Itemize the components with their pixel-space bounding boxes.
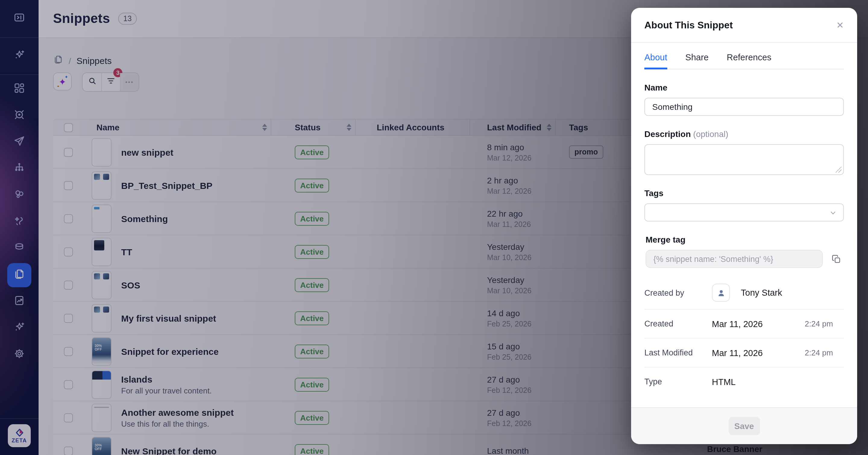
row-checkbox[interactable] xyxy=(64,347,73,356)
modal-info-section: Created by Tony Stark Created Mar 11, 20… xyxy=(631,276,857,396)
tags-select[interactable] xyxy=(644,203,844,222)
snippet-thumbnail xyxy=(92,304,112,332)
cell-select xyxy=(53,368,79,401)
more-actions-button[interactable]: ••• xyxy=(120,73,138,91)
sidebar-collapse-button[interactable] xyxy=(0,0,38,38)
breadcrumb-separator: / xyxy=(69,56,71,65)
row-checkbox[interactable] xyxy=(64,181,73,190)
sidebar-item-reports[interactable] xyxy=(7,290,31,314)
cell-name: SOS xyxy=(79,271,271,299)
name-field-label: Name xyxy=(644,83,844,92)
cell-tags xyxy=(556,268,628,301)
snippet-description: Use this for all the things. xyxy=(121,419,234,428)
modified-wrap: YesterdayMar 10, 2026 xyxy=(487,242,531,262)
target-icon xyxy=(13,109,25,123)
modified-wrap: 27 d agoFeb 12, 2026 xyxy=(487,408,531,428)
created-time: 2:24 pm xyxy=(805,319,833,328)
snippet-thumbnail xyxy=(92,403,112,432)
sidebar-item-settings[interactable] xyxy=(7,343,31,367)
copy-icon[interactable] xyxy=(831,254,841,264)
sort-up-icon xyxy=(262,124,267,127)
row-checkbox[interactable] xyxy=(64,380,73,389)
row-checkbox[interactable] xyxy=(64,280,73,289)
sidebar-item-ai-assistant[interactable] xyxy=(0,38,38,75)
snippet-name: Snippet for experience xyxy=(121,346,218,356)
modified-date: Feb 12, 2026 xyxy=(487,386,531,394)
sort-up-icon xyxy=(347,124,351,127)
cell-last-modified: YesterdayMar 10, 2026 xyxy=(470,242,556,262)
column-header-select xyxy=(53,119,79,135)
zeta-logo[interactable]: ZETA xyxy=(8,424,31,447)
sort-arrows[interactable] xyxy=(547,124,552,131)
cell-name: New Snippet for demo xyxy=(79,436,271,455)
tab-share[interactable]: Share xyxy=(685,53,709,69)
status-badge: Active xyxy=(295,410,329,425)
cell-linked-accounts xyxy=(355,335,470,368)
tag-pill: promo xyxy=(569,145,603,159)
modified-relative: Yesterday xyxy=(487,242,531,251)
close-icon[interactable]: ✕ xyxy=(836,21,844,30)
snippet-thumbnail xyxy=(92,271,112,299)
cell-status: Active xyxy=(271,401,355,434)
search-button[interactable] xyxy=(83,73,101,91)
status-badge: Active xyxy=(295,245,329,259)
cell-last-modified: 27 d agoFeb 12, 2026 xyxy=(470,374,556,394)
status-badge: Active xyxy=(295,145,329,159)
sidebar-item-audiences[interactable] xyxy=(7,104,31,128)
column-label: Tags xyxy=(569,122,588,132)
ai-generate-button[interactable]: ✦ ✦ xyxy=(53,73,72,90)
cell-name: Something xyxy=(79,204,271,233)
snippet-thumbnail xyxy=(92,337,112,365)
row-checkbox[interactable] xyxy=(64,214,73,223)
sort-arrows[interactable] xyxy=(347,124,351,131)
row-checkbox[interactable] xyxy=(64,147,73,157)
modified-wrap: 15 d agoFeb 25, 2026 xyxy=(487,341,531,361)
created-by-value: Tony Stark xyxy=(741,288,782,297)
sidebar-item-intelligence[interactable] xyxy=(7,316,31,340)
save-button[interactable]: Save xyxy=(728,417,760,435)
column-header-status[interactable]: Status xyxy=(271,119,355,135)
cell-tags xyxy=(556,434,628,455)
description-textarea[interactable] xyxy=(645,145,843,174)
cell-last-modified: Last month xyxy=(470,446,556,455)
cell-tags xyxy=(556,335,628,368)
select-all-checkbox[interactable] xyxy=(64,123,73,132)
circles-icon xyxy=(13,188,25,203)
row-checkbox[interactable] xyxy=(64,313,73,322)
row-checkbox[interactable] xyxy=(64,247,73,256)
cell-status: Active xyxy=(271,136,355,168)
row-checkbox[interactable] xyxy=(64,446,73,455)
sidebar-item-dashboard[interactable] xyxy=(7,77,31,102)
snippet-name: Something xyxy=(121,213,168,224)
snippet-name-wrap: Something xyxy=(121,213,168,224)
breadcrumb-item-snippets[interactable]: Snippets xyxy=(76,56,112,66)
type-row: Type HTML xyxy=(644,368,844,396)
modified-relative: 8 min ago xyxy=(487,142,531,152)
column-header-name[interactable]: Name xyxy=(79,119,271,135)
sort-arrows[interactable] xyxy=(262,124,267,131)
snippet-name: My first visual snippet xyxy=(121,313,216,323)
column-label: Last Modified xyxy=(487,122,541,132)
name-input[interactable] xyxy=(644,98,844,116)
column-header-tags: Tags xyxy=(556,119,628,135)
sidebar-item-campaigns[interactable] xyxy=(7,130,31,154)
column-header-last-modified[interactable]: Last Modified xyxy=(470,119,556,135)
tab-references[interactable]: References xyxy=(727,53,771,69)
description-optional-text: (optional) xyxy=(693,129,728,139)
merge-tag-label: Merge tag xyxy=(646,235,844,245)
sort-down-icon xyxy=(547,128,552,131)
sort-down-icon xyxy=(347,128,351,131)
filter-icon xyxy=(106,76,116,88)
sidebar-item-journeys[interactable] xyxy=(7,210,31,234)
filter-button[interactable]: 3 xyxy=(101,73,120,91)
tab-about[interactable]: About xyxy=(644,53,667,69)
cell-select xyxy=(53,335,79,368)
row-checkbox[interactable] xyxy=(64,413,73,422)
sidebar-item-segments[interactable] xyxy=(7,183,31,207)
cell-tags xyxy=(556,202,628,235)
snippet-name-wrap: New Snippet for demo xyxy=(121,446,217,455)
sidebar-item-orchestration[interactable] xyxy=(7,157,31,181)
sidebar-item-snippets[interactable] xyxy=(7,263,31,287)
snippet-name-wrap: SOS xyxy=(121,280,140,290)
sidebar-item-data[interactable] xyxy=(7,236,31,261)
